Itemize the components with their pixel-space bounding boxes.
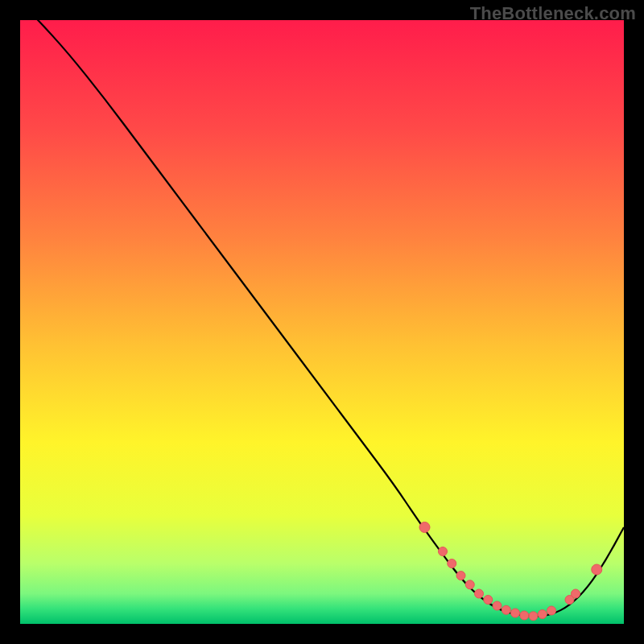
marker-point [592, 564, 602, 575]
marker-point [502, 605, 510, 614]
marker-point [547, 606, 556, 615]
chart-background [20, 20, 624, 624]
marker-point [511, 609, 520, 617]
marker-point [529, 612, 538, 621]
marker-point [419, 522, 430, 533]
marker-point [439, 547, 448, 556]
marker-point [538, 610, 547, 619]
attribution-label: TheBottleneck.com [470, 3, 636, 24]
marker-point [484, 596, 493, 605]
marker-point [448, 559, 456, 568]
marker-point [465, 580, 474, 589]
marker-point [520, 611, 529, 620]
marker-point [493, 601, 502, 610]
marker-point [475, 589, 484, 598]
chart-frame: TheBottleneck.com [0, 0, 644, 644]
marker-point [456, 572, 465, 580]
marker-point [572, 589, 580, 598]
chart-plot-area [20, 20, 624, 624]
chart-svg [20, 20, 624, 624]
